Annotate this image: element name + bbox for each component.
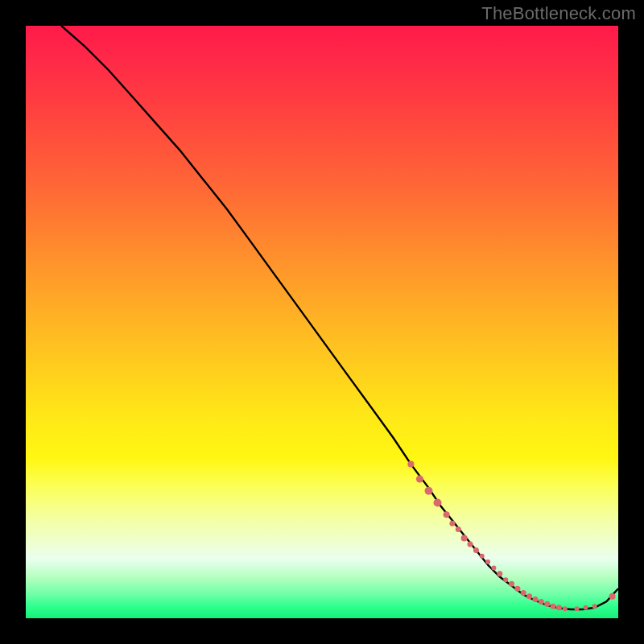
highlight-dot xyxy=(497,571,502,576)
highlight-dot xyxy=(456,526,461,532)
highlight-dot xyxy=(575,606,580,611)
highlight-dot xyxy=(592,604,597,609)
highlight-dot xyxy=(563,606,568,611)
highlight-dot xyxy=(533,597,539,602)
bottleneck-curve-path xyxy=(61,26,618,609)
highlight-dot xyxy=(539,599,544,605)
highlight-dot xyxy=(521,590,526,596)
chart-container: TheBottleneck.com xyxy=(0,0,644,644)
highlight-dot xyxy=(491,565,496,570)
curve-layer xyxy=(26,26,618,618)
highlight-dot xyxy=(509,581,514,587)
highlight-dot xyxy=(425,487,433,495)
highlight-dot xyxy=(514,586,520,592)
highlight-dot xyxy=(449,521,455,526)
highlight-dot xyxy=(551,604,556,609)
highlight-dot xyxy=(556,605,562,610)
highlight-dot xyxy=(503,577,508,582)
highlight-dot xyxy=(468,542,473,547)
highlight-dot xyxy=(584,605,588,610)
highlight-dot xyxy=(473,547,479,553)
highlight-dot xyxy=(485,559,490,564)
highlight-dot xyxy=(461,535,468,542)
highlight-dot xyxy=(444,511,450,518)
plot-area xyxy=(26,26,618,618)
watermark-label: TheBottleneck.com xyxy=(481,3,636,24)
highlight-dot xyxy=(526,593,532,599)
highlight-dots-group xyxy=(407,461,615,612)
highlight-dot xyxy=(544,601,550,607)
highlight-dot xyxy=(434,499,442,507)
highlight-dot xyxy=(407,461,414,468)
highlight-dot xyxy=(609,593,616,600)
highlight-dot xyxy=(480,554,485,559)
highlight-dot xyxy=(416,476,423,483)
